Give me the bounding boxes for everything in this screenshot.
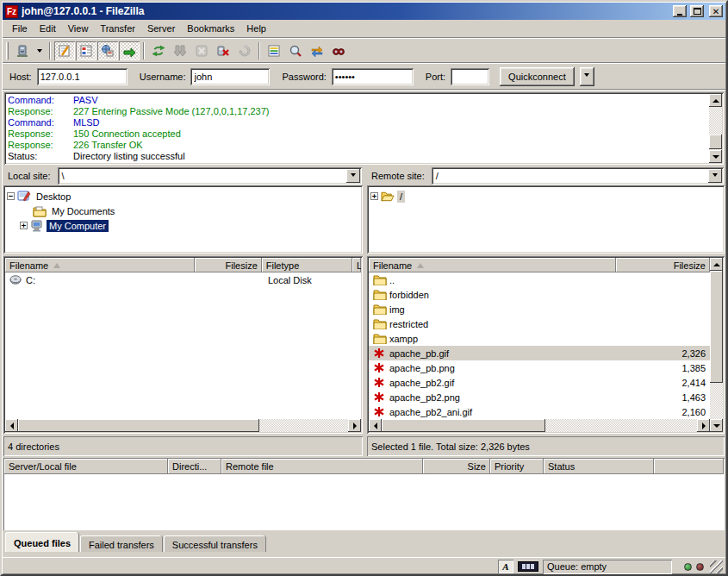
file-row[interactable]: apache_pb.png 1,385 [369,360,710,375]
maximize-button[interactable] [690,5,704,17]
file-row[interactable]: img [369,302,710,316]
menu-bookmarks[interactable]: Bookmarks [181,22,240,35]
tab-queued-files[interactable]: Queued files [5,532,79,552]
minimize-button[interactable] [673,5,687,17]
menu-help[interactable]: Help [240,22,272,35]
directory-comparison-button[interactable] [285,41,306,60]
synchronized-browsing-button[interactable] [307,41,327,60]
remote-site-combobox[interactable]: / [432,167,724,185]
quickconnect-dropdown-button[interactable] [580,67,594,86]
file-row[interactable]: .. [369,272,710,287]
site-manager-dropdown-button[interactable] [34,41,46,60]
combo-dropdown-button[interactable] [346,169,360,183]
scroll-up-button[interactable] [709,94,722,107]
file-row[interactable]: xampp [369,331,710,346]
scroll-thumb[interactable] [709,135,722,149]
arrow-down-icon [713,424,720,431]
quickconnect-button[interactable]: Quickconnect [500,67,575,86]
sort-ascending-icon [417,260,424,268]
tab-successful-transfers[interactable]: Successful transfers [164,535,266,552]
local-tree-icon [79,44,93,58]
file-row[interactable]: restricted [369,316,710,331]
cancel-operation-button[interactable] [191,41,212,60]
scroll-thumb[interactable] [710,271,723,383]
column-header-filetype[interactable]: Filetype [262,258,352,272]
scroll-left-button[interactable] [369,419,382,432]
transfer-type-ascii-icon[interactable]: A [498,560,513,573]
file-row[interactable]: apache_pb2.png 1,463 [369,390,710,404]
resize-grip[interactable] [710,560,723,573]
toggle-transfer-queue-button[interactable] [119,41,140,60]
log-scrollbar[interactable] [709,94,722,163]
scroll-left-button[interactable] [5,419,18,432]
column-header-priority[interactable]: Priority [490,459,544,474]
queue-body[interactable] [4,474,724,529]
collapse-icon[interactable]: − [7,192,15,200]
find-files-button[interactable] [328,41,349,60]
close-button[interactable]: ✕ [709,5,723,17]
scroll-down-button[interactable] [710,419,723,432]
remote-vertical-scrollbar[interactable] [710,258,723,432]
file-row[interactable]: C: Local Disk [5,272,361,287]
local-site-value: \ [62,171,65,181]
reconnect-button[interactable] [234,41,255,60]
expand-icon[interactable]: + [20,222,28,229]
remote-horizontal-scrollbar[interactable] [369,419,710,432]
file-row-selected[interactable]: apache_pb.gif 2,326 [369,346,710,360]
scroll-up-button[interactable] [710,258,723,271]
directory-filters-button[interactable] [264,41,284,60]
port-input[interactable] [451,68,489,85]
disconnect-button[interactable] [213,41,233,60]
scroll-right-button[interactable] [697,419,710,432]
tree-item-desktop[interactable]: − Desktop [7,189,359,203]
site-manager-button[interactable] [12,41,33,60]
menu-view[interactable]: View [62,22,95,35]
tree-item-root[interactable]: + / [370,189,721,203]
tab-failed-transfers[interactable]: Failed transfers [80,535,163,552]
refresh-button[interactable] [148,41,169,60]
log-line: Status:Directory listing successful [8,151,708,162]
column-header-filename[interactable]: Filename [369,258,616,272]
column-header-direction[interactable]: Directi... [168,459,221,474]
column-header-remote-file[interactable]: Remote file [221,459,423,474]
menu-file[interactable]: File [6,22,34,35]
scroll-down-button[interactable] [709,150,722,163]
column-header-size[interactable]: Size [423,459,490,474]
image-file-icon [373,391,387,404]
expand-icon[interactable]: + [370,192,378,200]
menu-transfer[interactable]: Transfer [94,22,141,35]
window-title: john@127.0.0.1 - FileZilla [22,5,669,17]
tree-item-my-computer[interactable]: + My Computer [7,218,359,233]
tree-item-label: Desktop [34,191,73,203]
file-row[interactable]: forbidden [369,287,710,302]
scroll-thumb[interactable] [382,419,545,432]
arrow-left-icon [7,423,14,429]
remote-file-list: Filename Filesize .. forbidden [367,256,725,434]
column-header-filesize[interactable]: Filesize [616,258,710,272]
log-line: Command:MLSD [8,117,708,128]
combo-dropdown-button[interactable] [708,169,722,183]
toggle-remote-tree-button[interactable] [97,41,118,60]
column-header-status[interactable]: Status [544,459,654,474]
scroll-thumb[interactable] [18,419,259,432]
menu-server[interactable]: Server [141,22,181,35]
menu-edit[interactable]: Edit [34,22,62,35]
speed-limit-indicator-icon[interactable] [518,561,538,572]
local-site-combobox[interactable]: \ [58,167,362,185]
column-header-server-local-file[interactable]: Server/Local file [4,459,168,474]
tree-item-my-documents[interactable]: My Documents [7,203,359,218]
scroll-right-button[interactable] [348,419,361,432]
password-input[interactable] [332,68,414,85]
file-row[interactable]: apache_pb2.gif 2,414 [369,375,710,390]
file-row[interactable]: apache_pb2_ani.gif 2,160 [369,404,710,419]
column-header-filename[interactable]: Filename [5,258,195,272]
process-queue-button[interactable] [170,41,190,60]
process-queue-icon [173,44,187,58]
column-header-lastmodified[interactable]: L [352,258,361,272]
toggle-log-view-button[interactable] [54,41,75,60]
host-input[interactable] [37,68,128,85]
toggle-local-tree-button[interactable] [76,41,96,60]
column-header-filesize[interactable]: Filesize [195,258,261,272]
local-horizontal-scrollbar[interactable] [5,419,361,432]
username-input[interactable] [190,68,270,85]
